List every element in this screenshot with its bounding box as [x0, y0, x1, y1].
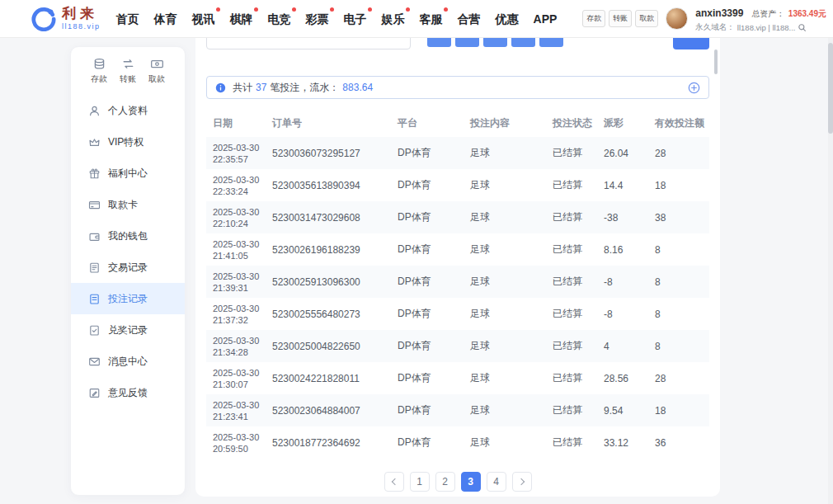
- nav-item[interactable]: 电子: [336, 0, 374, 38]
- sidebar-withdraw-button[interactable]: 取款: [145, 57, 168, 85]
- quick-chip-button[interactable]: 转账: [609, 10, 632, 27]
- cell-bet-content: 足球: [464, 210, 546, 224]
- nav-item[interactable]: 优惠: [488, 0, 526, 38]
- brand-logo[interactable]: 利来 ll188.vip: [31, 7, 101, 31]
- nav-item[interactable]: 首页: [109, 0, 147, 38]
- circle-plus-icon[interactable]: [688, 82, 700, 94]
- page-button[interactable]: 2: [435, 472, 455, 492]
- sidebar-item-label: 交易记录: [108, 261, 148, 275]
- cell-date-time: 21:41:05: [213, 250, 266, 261]
- sidebar-item-feedback[interactable]: 意见反馈: [71, 377, 185, 408]
- cell-payout: 14.4: [597, 180, 648, 191]
- avatar[interactable]: [666, 7, 688, 30]
- sidebar-item-messages[interactable]: 消息中心: [71, 346, 185, 377]
- cell-platform: DP体育: [391, 436, 464, 450]
- cell-bet-status: 已结算: [546, 146, 597, 160]
- bet-count: 37: [256, 82, 266, 93]
- sidebar-deposit-label: 存款: [91, 73, 107, 85]
- date-range-input[interactable]: [206, 38, 411, 49]
- column-header: 日期: [206, 116, 266, 130]
- page-button[interactable]: 3: [461, 472, 481, 492]
- summary-middle: 笔投注，流水：: [270, 81, 339, 95]
- page: 利来 ll188.vip 首页 体育 视讯 棋牌 电竞 彩票: [0, 0, 833, 504]
- cell-date: 2025-03-30 21:41:05: [206, 238, 266, 261]
- quick-date-filters: [427, 38, 563, 49]
- cell-date-day: 2025-03-30: [213, 367, 266, 379]
- turnover-value: 883.64: [342, 82, 373, 93]
- quick-date-filter-button[interactable]: [511, 38, 535, 47]
- cell-order-number: 5230036073295127: [266, 148, 391, 159]
- page-scrollbar-thumb[interactable]: [828, 43, 833, 134]
- cell-bet-status: 已结算: [546, 210, 597, 224]
- table-row: 2025-03-30 20:59:50 5230018772364692 DP体…: [206, 426, 709, 459]
- sidebar-item-bet-records[interactable]: 投注记录: [71, 283, 185, 314]
- header-right: 存款转账取款 anxin3399 总资产： 1363.49元 永久域名： ll1…: [582, 5, 833, 33]
- sidebar-item-label: 兑奖记录: [108, 323, 148, 337]
- search-button[interactable]: [673, 38, 709, 49]
- page-buttons: 1234: [410, 472, 506, 492]
- table-row: 2025-03-30 21:23:41 5230023064884007 DP体…: [206, 394, 709, 426]
- deposit-icon: [92, 57, 106, 71]
- hot-badge: [292, 7, 296, 12]
- cell-bet-status: 已结算: [546, 371, 597, 385]
- quick-chip-button[interactable]: 取款: [635, 10, 658, 27]
- sidebar-item-label: 投注记录: [108, 292, 148, 306]
- nav-item[interactable]: APP: [526, 0, 565, 38]
- page-button[interactable]: 1: [410, 472, 430, 492]
- hot-badge: [406, 7, 410, 12]
- cell-date-time: 21:23:41: [213, 411, 266, 422]
- nav-item[interactable]: 彩票: [299, 0, 336, 38]
- sidebar-item-prize-records[interactable]: 兑奖记录: [71, 314, 185, 346]
- sidebar-item-welfare[interactable]: 福利中心: [71, 158, 185, 189]
- sidebar-deposit-button[interactable]: 存款: [87, 57, 111, 85]
- prev-page-button[interactable]: [384, 472, 404, 492]
- bank-card-icon: [88, 199, 101, 211]
- content-card: 共计 37 笔投注，流水： 883.64 日期订单号平台投注内容投注状态派彩有效…: [195, 38, 720, 497]
- sidebar-transfer-label: 转账: [120, 73, 136, 85]
- sidebar-transfer-button[interactable]: 转账: [116, 57, 139, 85]
- sidebar-item-label: 消息中心: [108, 355, 148, 369]
- nav-item[interactable]: 合营: [450, 0, 488, 38]
- cell-payout: 8.16: [597, 244, 648, 256]
- nav-item[interactable]: 体育: [147, 0, 185, 38]
- sidebar-item-wallet[interactable]: 我的钱包: [71, 220, 185, 252]
- nav-item[interactable]: 棋牌: [223, 0, 261, 38]
- cell-valid-bet: 8: [648, 341, 709, 352]
- sidebar-item-transactions[interactable]: 交易记录: [71, 252, 185, 283]
- sidebar-item-withdraw-card[interactable]: 取款卡: [71, 189, 185, 220]
- sidebar-item-vip[interactable]: VIP特权: [71, 126, 185, 158]
- cell-order-number: 5230035613890394: [266, 180, 391, 191]
- cell-date: 2025-03-30 21:23:41: [206, 399, 266, 422]
- feedback-icon: [88, 387, 101, 399]
- quick-date-filter-button[interactable]: [455, 38, 479, 47]
- nav-item[interactable]: 电竞: [261, 0, 299, 38]
- brand-domain: ll188.vip: [62, 22, 101, 31]
- nav-item-label: 体育: [154, 12, 177, 26]
- nav-item-label: 优惠: [496, 12, 519, 26]
- cell-date-day: 2025-03-30: [213, 271, 266, 282]
- nav-item[interactable]: 视讯: [185, 0, 223, 38]
- card-scrollbar-thumb[interactable]: [714, 49, 718, 74]
- nav-item-label: 娱乐: [382, 12, 405, 26]
- cell-order-number: 5230025913096300: [266, 276, 391, 288]
- quick-date-filter-button[interactable]: [427, 38, 451, 47]
- column-header: 订单号: [266, 116, 391, 130]
- quick-chip-button[interactable]: 存款: [582, 10, 605, 27]
- cell-bet-status: 已结算: [546, 307, 597, 321]
- brand-logo-icon: [31, 7, 56, 31]
- cell-bet-status: 已结算: [546, 178, 597, 192]
- cell-date: 2025-03-30 21:39:31: [206, 271, 266, 294]
- next-page-button[interactable]: [512, 472, 532, 492]
- sidebar-item-profile[interactable]: 个人资料: [71, 95, 185, 126]
- quick-date-filter-button[interactable]: [483, 38, 507, 47]
- search-icon[interactable]: [798, 23, 807, 32]
- filter-bar: [206, 38, 709, 51]
- page-button[interactable]: 4: [487, 472, 506, 492]
- quick-date-filter-button[interactable]: [539, 38, 563, 47]
- hot-badge: [368, 7, 372, 12]
- sidebar-item-label: 取款卡: [108, 198, 138, 212]
- cell-payout: 9.54: [597, 405, 648, 417]
- cell-valid-bet: 18: [648, 180, 709, 191]
- nav-item[interactable]: 娱乐: [374, 0, 412, 38]
- nav-item[interactable]: 客服: [412, 0, 450, 38]
